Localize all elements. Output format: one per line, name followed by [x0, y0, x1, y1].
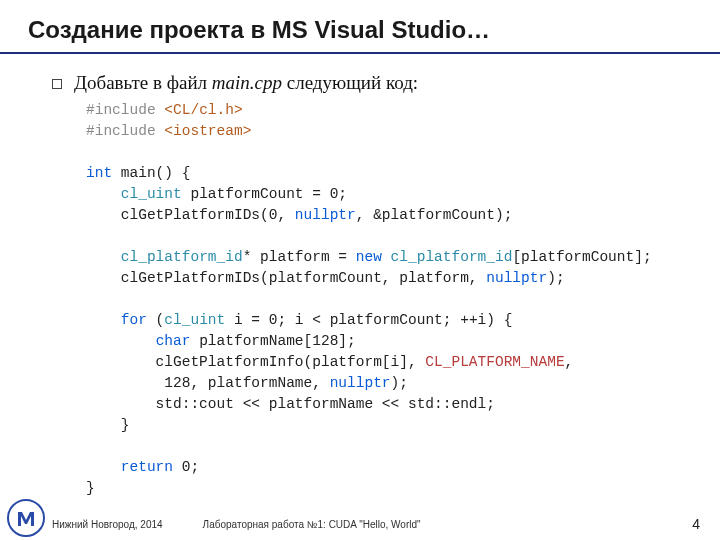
- code-token: nullptr: [295, 207, 356, 223]
- code-token: platformCount = 0;: [182, 186, 347, 202]
- code-block: #include <CL/cl.h> #include <iostream> i…: [86, 100, 720, 499]
- code-token: main() {: [112, 165, 190, 181]
- code-token: , &platformCount);: [356, 207, 513, 223]
- code-token: for: [121, 312, 147, 328]
- code-token: int: [86, 165, 112, 181]
- slide-body: Добавьте в файл main.cpp следующий код: …: [0, 72, 720, 499]
- code-token: );: [391, 375, 408, 391]
- code-token: #include: [86, 123, 156, 139]
- bullet-text: Добавьте в файл main.cpp следующий код:: [74, 72, 418, 94]
- code-token: [platformCount];: [512, 249, 651, 265]
- code-token: );: [547, 270, 564, 286]
- footer-location: Нижний Новгород, 2014: [52, 519, 163, 530]
- code-token: #include: [86, 102, 156, 118]
- code-token: cl_uint: [164, 312, 225, 328]
- slide-title: Создание проекта в MS Visual Studio…: [0, 0, 720, 54]
- code-token: }: [86, 480, 95, 496]
- code-token: cl_platform_id: [121, 249, 243, 265]
- code-token: CL_PLATFORM_NAME: [425, 354, 564, 370]
- code-token: nullptr: [486, 270, 547, 286]
- bullet-prefix: Добавьте в файл: [74, 72, 212, 93]
- code-token: 128, platformName,: [86, 375, 330, 391]
- page-number: 4: [692, 516, 700, 532]
- code-token: }: [86, 417, 130, 433]
- bullet-filename: main.cpp: [212, 72, 282, 93]
- code-token: clGetPlatformIDs(0,: [86, 207, 295, 223]
- code-token: i = 0; i < platformCount; ++i) {: [225, 312, 512, 328]
- square-bullet-icon: [52, 79, 62, 89]
- code-token: char: [156, 333, 191, 349]
- code-token: [382, 249, 391, 265]
- code-token: return: [121, 459, 173, 475]
- bullet-item: Добавьте в файл main.cpp следующий код:: [52, 72, 720, 94]
- code-token: ,: [565, 354, 574, 370]
- code-token: cl_platform_id: [391, 249, 513, 265]
- bullet-suffix: следующий код:: [282, 72, 418, 93]
- slide-footer: Нижний Новгород, 2014 Лабораторная работ…: [0, 516, 720, 532]
- code-token: 0;: [173, 459, 199, 475]
- code-token: nullptr: [330, 375, 391, 391]
- code-token: (: [147, 312, 164, 328]
- code-token: cl_uint: [121, 186, 182, 202]
- code-token: <iostream>: [164, 123, 251, 139]
- code-token: clGetPlatformIDs(platformCount, platform…: [86, 270, 486, 286]
- code-token: <CL/cl.h>: [164, 102, 242, 118]
- code-token: clGetPlatformInfo(platform[i],: [86, 354, 425, 370]
- code-token: std::cout << platformName << std::endl;: [86, 396, 495, 412]
- code-token: * platform =: [243, 249, 356, 265]
- footer-title: Лабораторная работа №1: CUDA "Hello, Wor…: [203, 519, 693, 530]
- code-token: new: [356, 249, 382, 265]
- code-token: platformName[128];: [190, 333, 355, 349]
